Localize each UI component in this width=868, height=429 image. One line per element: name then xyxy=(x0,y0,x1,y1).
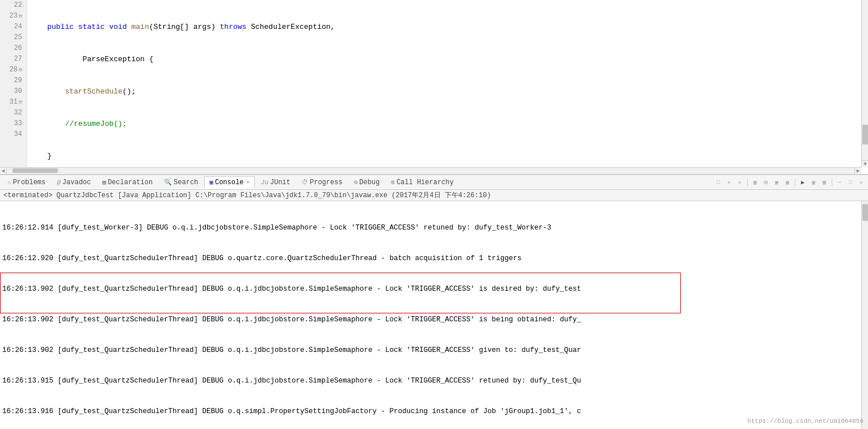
line-num-23[interactable]: 23 xyxy=(5,11,22,22)
line-num-25: 25 xyxy=(5,32,22,43)
javadoc-icon: @ xyxy=(57,179,61,186)
toolbar-clear-btn[interactable]: ▦ xyxy=(751,178,760,187)
tab-declaration[interactable]: ▦ Declaration xyxy=(97,176,158,189)
code-hscrollbar[interactable]: ◀ ▶ xyxy=(0,167,861,174)
console-line-2: 16:26:12.920 [dufy_test_QuartzSchedulerT… xyxy=(2,253,859,264)
console-vscrollbar[interactable] xyxy=(861,201,868,429)
line-num-22: 22 xyxy=(5,0,22,11)
line-num-31[interactable]: 31 xyxy=(5,97,22,108)
tab-console[interactable]: ▣ Console ✕ xyxy=(204,176,254,189)
console-line-1: 16:26:12.914 [dufy_test_Worker-3] DEBUG … xyxy=(2,223,859,233)
tab-console-label: Console xyxy=(215,179,243,186)
tab-call-hierarchy[interactable]: ⊞ Call Hierarchy xyxy=(386,176,458,189)
toolbar-terminate-btn[interactable]: ✕ xyxy=(724,178,734,187)
line-num-32: 32 xyxy=(5,108,22,118)
search-icon: 🔍 xyxy=(164,179,172,186)
hierarchy-icon: ⊞ xyxy=(391,179,395,186)
problems-icon: ⚠ xyxy=(7,179,11,186)
console-line-4: 16:26:13.902 [dufy_test_QuartzSchedulerT… xyxy=(2,315,859,325)
console-line-5: 16:26:13.902 [dufy_test_QuartzSchedulerT… xyxy=(2,345,859,355)
line-num-34: 34 xyxy=(5,129,22,140)
line-num-27: 27 xyxy=(5,54,22,65)
scroll-down-arrow[interactable]: ▼ xyxy=(862,160,868,167)
console-vscroll-thumb[interactable] xyxy=(862,204,868,221)
toolbar-maximize-btn[interactable]: □ xyxy=(846,178,855,187)
line-num-28[interactable]: 28 xyxy=(5,65,22,75)
toolbar-separator-1 xyxy=(747,179,748,186)
watermark-text: https://blog.csdn.net/u01064856 xyxy=(747,418,863,424)
toolbar-word-wrap-btn[interactable]: ▣ xyxy=(783,178,792,187)
junit-icon: Ju xyxy=(261,179,268,186)
tab-progress-label: Progress xyxy=(310,179,343,186)
console-line-7: 16:26:13.916 [dufy_test_QuartzSchedulerT… xyxy=(2,406,859,417)
tab-problems-label: Problems xyxy=(13,179,46,186)
toolbar-scroll-lock-btn[interactable]: ▣ xyxy=(772,178,781,187)
tab-search-label: Search xyxy=(174,179,198,186)
toolbar-separator-2 xyxy=(795,179,795,186)
tab-javadoc-label: Javadoc xyxy=(62,179,91,186)
code-line-22: public static void main(String[] args) t… xyxy=(30,22,866,32)
toolbar-separator-3 xyxy=(832,179,832,186)
tab-debug[interactable]: ⚙ Debug xyxy=(349,176,385,189)
tab-search[interactable]: 🔍 Search xyxy=(159,176,203,189)
hscroll-track xyxy=(7,168,854,175)
tab-debug-label: Debug xyxy=(359,179,380,186)
scroll-right-arrow[interactable]: ▶ xyxy=(854,168,861,175)
console-header-text: <terminated> QuartzJdbcTest [Java Applic… xyxy=(3,192,491,199)
console-header: <terminated> QuartzJdbcTest [Java Applic… xyxy=(0,190,868,201)
line-num-26: 26 xyxy=(5,43,22,54)
console-content: 16:26:12.914 [dufy_test_Worker-3] DEBUG … xyxy=(0,201,868,429)
toolbar-open-btn[interactable]: ▶ xyxy=(798,178,807,187)
line-num-33: 33 xyxy=(5,118,22,129)
tab-junit[interactable]: Ju JUnit xyxy=(256,176,296,189)
tabs-bar: ⚠ Problems @ Javadoc ▦ Declaration 🔍 Sea… xyxy=(0,174,868,190)
code-vscrollbar[interactable]: ▼ xyxy=(861,0,868,167)
tab-problems[interactable]: ⚠ Problems xyxy=(2,176,50,189)
line-num-24: 24 xyxy=(5,22,22,32)
console-line-3: 16:26:13.902 [dufy_test_QuartzSchedulerT… xyxy=(2,284,859,294)
code-line-24: startSchedule(); xyxy=(30,86,866,97)
code-editor: 22 23 24 25 26 27 28 29 30 31 32 33 34 p… xyxy=(0,0,868,174)
code-line-26: } xyxy=(30,151,866,162)
code-vscroll-thumb[interactable] xyxy=(862,125,868,145)
scroll-left-arrow[interactable]: ◀ xyxy=(0,168,7,175)
code-line-23: ParseException { xyxy=(30,54,866,65)
console-icon: ▣ xyxy=(209,179,213,186)
console-tab-close: ✕ xyxy=(246,179,249,185)
toolbar-pin-btn[interactable]: ⊠ xyxy=(761,178,770,187)
declaration-icon: ▦ xyxy=(102,179,106,186)
hscroll-thumb[interactable] xyxy=(12,168,58,173)
debug-icon: ⚙ xyxy=(354,179,358,186)
toolbar-minimize-btn[interactable]: — xyxy=(835,178,844,187)
tab-javadoc[interactable]: @ Javadoc xyxy=(52,176,96,189)
console-lines: 16:26:12.914 [dufy_test_Worker-3] DEBUG … xyxy=(0,201,861,429)
console-line-6: 16:26:13.915 [dufy_test_QuartzSchedulerT… xyxy=(2,376,859,386)
toolbar-view-menu-btn[interactable]: ▦ xyxy=(820,178,829,187)
tab-toolbar: □ ✕ ✕ ▦ ⊠ ▣ ▣ ▶ ▣ ▦ — □ ✕ xyxy=(714,178,866,187)
tab-declaration-label: Declaration xyxy=(108,179,153,186)
line-numbers: 22 23 24 25 26 27 28 29 30 31 32 33 34 xyxy=(0,0,27,174)
console-area: <terminated> QuartzJdbcTest [Java Applic… xyxy=(0,190,868,429)
line-num-29: 29 xyxy=(5,75,22,86)
tab-hierarchy-label: Call Hierarchy xyxy=(397,179,454,186)
tab-progress[interactable]: ⏱ Progress xyxy=(297,176,348,189)
toolbar-layout-btn[interactable]: ▣ xyxy=(809,178,818,187)
tab-junit-label: JUnit xyxy=(270,179,290,186)
toolbar-close-view-btn[interactable]: ✕ xyxy=(857,178,866,187)
watermark: https://blog.csdn.net/u01064856 xyxy=(747,418,863,424)
toolbar-remove-btn[interactable]: ✕ xyxy=(735,178,744,187)
progress-icon: ⏱ xyxy=(302,179,308,186)
toolbar-stop-btn[interactable]: □ xyxy=(714,178,723,187)
code-content: public static void main(String[] args) t… xyxy=(27,0,868,174)
code-line-25: //resumeJob(); xyxy=(30,118,866,129)
line-num-30: 30 xyxy=(5,86,22,97)
